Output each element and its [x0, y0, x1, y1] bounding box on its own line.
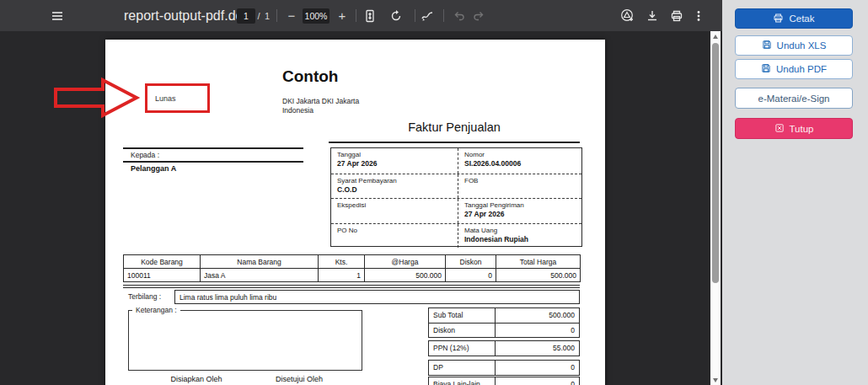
company-address-line1: DKI Jakarta DKI Jakarta — [282, 97, 359, 106]
col-header: Diskon — [446, 255, 496, 269]
total-label: Biaya Lain-lain — [429, 377, 496, 385]
total-label: Sub Total — [429, 308, 496, 323]
total-label: Diskon — [429, 324, 496, 337]
scrollbar-thumb[interactable] — [712, 43, 719, 283]
menu-icon[interactable] — [47, 0, 67, 31]
download-pdf-button[interactable]: Unduh PDF — [735, 59, 853, 79]
document-title: report-output-pdf.do — [124, 0, 243, 31]
total-label: DP — [429, 361, 496, 375]
rotate-icon[interactable] — [388, 0, 404, 31]
item-qty: 1 — [319, 269, 365, 282]
item-total: 500.000 — [496, 269, 581, 282]
approved-by-label: Disetujui Oleh — [257, 375, 341, 383]
total-label: PPN (12%) — [429, 341, 496, 356]
info-value: C.O.D — [337, 185, 458, 194]
info-label: Nomor — [464, 151, 582, 158]
pdf-report-window: report-output-pdf.do 1 / 1 − 100% + — [0, 0, 868, 385]
total-value: 0 — [496, 377, 579, 385]
action-sidebar: Cetak Unduh XLS Unduh PDF e-Materai/e-Si… — [722, 0, 868, 385]
terbilang-box: Lima ratus lima puluh lima ribu — [174, 290, 580, 304]
info-value: SI.2026.04.00006 — [464, 159, 582, 168]
redo-icon[interactable] — [471, 0, 486, 31]
total-row: DP 0 — [429, 361, 579, 375]
printer-icon — [773, 13, 784, 25]
kepada-label: Kepada : — [131, 151, 159, 159]
annotate-pen-icon[interactable] — [420, 0, 435, 31]
total-row: Diskon 0 — [429, 323, 579, 337]
print-button-label: Cetak — [789, 13, 814, 24]
title-underline — [329, 142, 580, 143]
e-materai-button[interactable]: e-Materai/e-Sign — [735, 88, 853, 109]
table-row: 100011 Jasa A 1 500.000 0 500.000 — [124, 269, 581, 282]
undo-icon[interactable] — [452, 0, 467, 31]
total-value: 500.000 — [496, 308, 579, 323]
print-button[interactable]: Cetak — [735, 8, 853, 29]
col-header: Nama Barang — [201, 255, 319, 269]
items-table: Kode Barang Nama Barang Kts. @Harga Disk… — [123, 254, 581, 282]
annotation-shape-icon[interactable] — [619, 0, 635, 31]
scroll-up-icon[interactable] — [710, 31, 721, 41]
more-options-icon[interactable] — [692, 0, 705, 31]
scroll-down-icon[interactable] — [710, 375, 721, 385]
info-label: Mata Uang — [464, 227, 582, 234]
item-price: 500.000 — [365, 269, 446, 282]
keterangan-box: Keterangan : — [128, 310, 362, 371]
page-number-input[interactable]: 1 — [237, 8, 255, 24]
page-separator: / — [255, 0, 262, 31]
zoom-out-button[interactable]: − — [285, 0, 298, 31]
pdf-canvas: Lunas Contoh DKI Jakarta DKI Jakarta Ind… — [0, 31, 710, 385]
keterangan-label: Keterangan : — [132, 306, 180, 314]
col-header: Kode Barang — [124, 255, 201, 269]
fit-page-icon[interactable] — [362, 0, 378, 31]
total-row: Biaya Lain-lain 0 — [429, 377, 579, 385]
zoom-in-button[interactable]: + — [335, 0, 349, 31]
totals-section: Sub Total 500.000 Diskon 0 PPN (12%) 55.… — [428, 307, 580, 385]
info-value: 27 Apr 2026 — [337, 159, 458, 168]
print-icon[interactable] — [669, 0, 684, 31]
e-materai-label: e-Materai/e-Sign — [758, 94, 829, 104]
col-header: Total Harga — [496, 255, 581, 269]
info-label: Tanggal Pengiriman — [464, 201, 582, 209]
close-button-label: Tutup — [790, 124, 814, 134]
items-header-row: Kode Barang Nama Barang Kts. @Harga Disk… — [124, 255, 581, 269]
download-xls-label: Unduh XLS — [777, 40, 827, 51]
invoice-title: Faktur Penjualan — [329, 120, 580, 134]
total-value: 0 — [496, 361, 579, 375]
info-label: Syarat Pembayaran — [337, 177, 458, 184]
info-label: PO No — [337, 227, 458, 234]
save-icon — [762, 40, 772, 51]
invoice-page: Lunas Contoh DKI Jakarta DKI Jakarta Ind… — [105, 40, 605, 385]
terbilang-text: Lima ratus lima puluh lima ribu — [179, 293, 276, 302]
close-box-icon — [774, 123, 785, 135]
page-total: 1 — [264, 0, 271, 31]
company-name: Contoh — [282, 67, 338, 86]
divider-double-line — [123, 285, 580, 288]
terbilang-label: Terbilang : — [128, 292, 161, 301]
paid-stamp-label: Lunas — [155, 94, 176, 103]
red-arrow-annotation — [49, 76, 143, 120]
paid-stamp: Lunas — [145, 83, 210, 113]
item-discount: 0 — [446, 269, 496, 282]
pdf-viewer: report-output-pdf.do 1 / 1 − 100% + — [0, 0, 722, 385]
download-xls-button[interactable]: Unduh XLS — [735, 35, 853, 56]
download-icon[interactable] — [645, 0, 660, 31]
total-value: 0 — [496, 324, 579, 337]
info-label: FOB — [464, 177, 582, 184]
zoom-level-input[interactable]: 100% — [303, 8, 330, 24]
company-address-line2: Indonesia — [282, 106, 313, 115]
pdf-toolbar: report-output-pdf.do 1 / 1 − 100% + — [0, 0, 722, 31]
item-code: 100011 — [124, 269, 201, 282]
total-value: 55.000 — [496, 341, 579, 356]
download-pdf-label: Unduh PDF — [776, 64, 827, 74]
vertical-scrollbar[interactable] — [710, 31, 721, 385]
customer-name: Pelanggan A — [131, 164, 176, 173]
item-name: Jasa A — [201, 269, 319, 282]
close-button[interactable]: Tutup — [735, 118, 853, 139]
total-row: Sub Total 500.000 — [429, 308, 579, 323]
info-value: 27 Apr 2026 — [464, 210, 582, 218]
save-icon — [761, 63, 771, 75]
info-label: Tanggal — [337, 151, 458, 158]
invoice-info-box: Tanggal27 Apr 2026 NomorSI.2026.04.00006… — [330, 147, 582, 247]
col-header: Kts. — [319, 255, 365, 269]
info-value: Indonesian Rupiah — [464, 235, 582, 243]
